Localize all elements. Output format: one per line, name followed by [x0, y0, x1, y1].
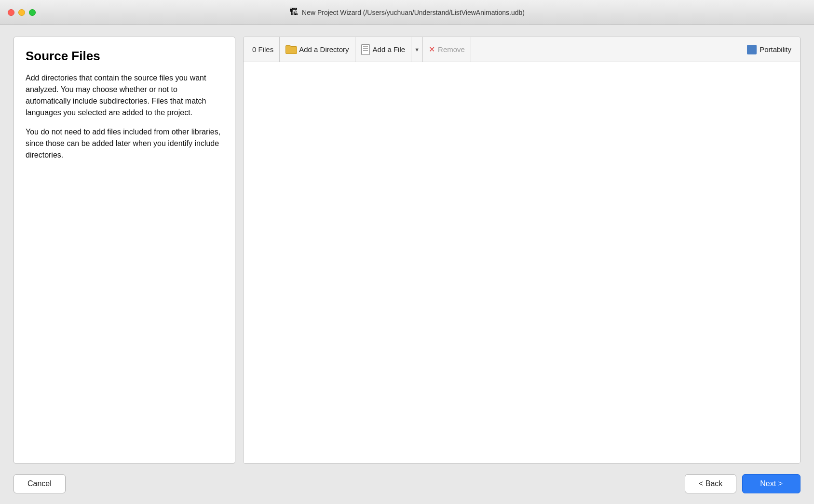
portability-label: Portability: [760, 45, 791, 53]
portability-button[interactable]: Portability: [741, 37, 797, 62]
add-file-dropdown-button[interactable]: ▼: [411, 37, 423, 62]
left-panel: Source Files Add directories that contai…: [14, 37, 235, 464]
title-bar: 🏗 New Project Wizard (/Users/yuchuan/Und…: [0, 0, 814, 25]
cancel-button[interactable]: Cancel: [14, 474, 66, 493]
page-title: Source Files: [26, 49, 223, 64]
back-button[interactable]: < Back: [685, 474, 736, 493]
folder-icon: [285, 45, 296, 54]
add-file-label: Add a File: [373, 45, 406, 53]
file-list-area: [244, 62, 800, 463]
remove-label: Remove: [438, 45, 465, 53]
next-button[interactable]: Next >: [742, 474, 800, 493]
bottom-bar: Cancel < Back Next >: [0, 464, 814, 504]
portability-icon: [747, 45, 757, 54]
minimize-button[interactable]: [18, 9, 25, 16]
panels-row: Source Files Add directories that contai…: [14, 37, 800, 464]
remove-icon: ✕: [429, 45, 435, 54]
window-controls[interactable]: [8, 9, 36, 16]
nav-buttons: < Back Next >: [685, 474, 800, 493]
description-paragraph-2: You do not need to add files included fr…: [26, 126, 223, 161]
app-icon: 🏗: [289, 7, 298, 17]
add-directory-button[interactable]: Add a Directory: [280, 37, 355, 62]
remove-button[interactable]: ✕ Remove: [423, 37, 471, 62]
window-title: New Project Wizard (/Users/yuchuan/Under…: [302, 9, 525, 16]
maximize-button[interactable]: [29, 9, 36, 16]
add-file-button[interactable]: Add a File: [355, 37, 412, 62]
main-content: Source Files Add directories that contai…: [0, 25, 814, 464]
file-count-label: 0 Files: [246, 37, 280, 62]
toolbar: 0 Files Add a Directory Add a File ▼ ✕ R…: [244, 37, 800, 62]
close-button[interactable]: [8, 9, 14, 16]
add-directory-label: Add a Directory: [299, 45, 349, 53]
file-icon: [361, 44, 370, 55]
description-paragraph-1: Add directories that contain the source …: [26, 72, 223, 119]
right-panel: 0 Files Add a Directory Add a File ▼ ✕ R…: [243, 37, 800, 464]
